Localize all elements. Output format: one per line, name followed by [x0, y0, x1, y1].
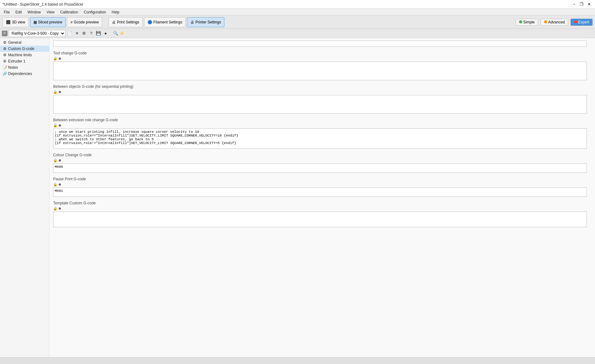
- print-icon: 🖨: [112, 20, 116, 24]
- sidebar: ⚙ General ⚙ Custom G-code ⚙ Machine limi…: [0, 38, 49, 357]
- status-bar: [0, 357, 595, 364]
- pause-print-section: Pause Print G-code 🔒 M601: [53, 177, 591, 198]
- profile-bar-icons: 📄 ✕ ⚙ ? 💾 ●: [67, 30, 109, 37]
- between-extrusion-textarea-wrapper: ; once we start printing infill, increas…: [53, 128, 591, 150]
- profile-bar: P RatRig V-Core-3-500 - Copy 📄 ✕ ⚙ ? 💾 ●…: [0, 29, 595, 38]
- colour-change-lock-icon[interactable]: 🔒: [53, 158, 58, 162]
- tool-change-textarea[interactable]: [53, 62, 587, 80]
- between-objects-field-row: 🔒: [53, 90, 591, 94]
- tool-change-section: Tool change G-code 🔒: [53, 51, 591, 81]
- between-extrusion-section: Between extrusion role change G-code 🔒 ;…: [53, 118, 591, 150]
- between-extrusion-textarea[interactable]: ; once we start printing infill, increas…: [53, 128, 587, 149]
- close-button[interactable]: ✕: [586, 1, 592, 8]
- tool-change-dot: [59, 57, 61, 60]
- pause-print-lock-icon[interactable]: 🔒: [53, 182, 58, 187]
- between-objects-label: Between objects G-code (for sequential p…: [53, 84, 591, 89]
- filament-settings-button[interactable]: 🔵 Filament Settings: [144, 17, 186, 27]
- pause-print-label: Pause Print G-code: [53, 177, 591, 181]
- view-3d-button[interactable]: ⬛ 3D view: [2, 17, 29, 27]
- delete-profile-icon[interactable]: ✕: [74, 30, 80, 37]
- dependencies-icon: 🔗: [2, 72, 7, 76]
- menu-bar: File Edit Window View Calibration Config…: [0, 9, 595, 16]
- menu-configuration[interactable]: Configuration: [81, 9, 108, 15]
- colour-change-label: Colour Change G-code: [53, 153, 591, 157]
- main-layout: ⚙ General ⚙ Custom G-code ⚙ Machine limi…: [0, 38, 595, 357]
- template-custom-section: Template Custom G-code 🔒: [53, 201, 591, 228]
- search-icon[interactable]: 🔍: [112, 30, 119, 37]
- mode-simple-button[interactable]: Simple: [516, 19, 538, 26]
- search-bar: 🔍 ⚡: [112, 30, 125, 37]
- sidebar-item-general[interactable]: ⚙ General: [0, 39, 49, 46]
- between-objects-dot: [59, 91, 61, 93]
- template-custom-textarea-wrapper: [53, 212, 591, 228]
- sliced-preview-button[interactable]: ▦ Sliced preview: [30, 17, 66, 27]
- top-partial-textarea[interactable]: [53, 41, 587, 47]
- colour-change-dot: [59, 159, 61, 162]
- pause-print-textarea-wrapper: M601: [53, 187, 591, 198]
- template-custom-textarea[interactable]: [53, 212, 587, 227]
- sidebar-item-dependencies[interactable]: 🔗 Dependencies: [0, 71, 49, 77]
- pause-print-textarea[interactable]: M601: [53, 187, 587, 197]
- tool-change-lock-icon[interactable]: 🔒: [53, 57, 58, 61]
- pause-print-field-row: 🔒: [53, 182, 591, 187]
- sidebar-item-notes[interactable]: 📝 Notes: [0, 64, 49, 71]
- advanced-indicator: [544, 20, 547, 23]
- between-objects-section: Between objects G-code (for sequential p…: [53, 84, 591, 115]
- between-extrusion-lock-icon[interactable]: 🔒: [53, 123, 58, 127]
- title-bar-controls: − ❐ ✕: [571, 1, 592, 8]
- template-custom-lock-icon[interactable]: 🔒: [53, 207, 58, 211]
- menu-window[interactable]: Window: [25, 9, 43, 15]
- menu-calibration[interactable]: Calibration: [58, 9, 81, 15]
- tool-change-label: Tool change G-code: [53, 51, 591, 55]
- colour-change-field-row: 🔒: [53, 158, 591, 162]
- sidebar-item-machine-limits[interactable]: ⚙ Machine limits: [0, 52, 49, 58]
- menu-file[interactable]: File: [1, 9, 12, 15]
- mode-advanced-button[interactable]: Advanced: [541, 19, 568, 26]
- help-profile-icon[interactable]: ?: [88, 30, 94, 37]
- between-objects-lock-icon[interactable]: 🔒: [53, 90, 58, 94]
- general-icon: ⚙: [2, 40, 7, 45]
- printer-icon: 🖨: [190, 20, 194, 24]
- gcode-icon: ≡: [70, 20, 72, 24]
- settings-profile-icon[interactable]: ⚙: [81, 30, 87, 37]
- profile-icon: P: [2, 31, 8, 36]
- save-profile-icon[interactable]: 💾: [95, 30, 102, 37]
- minimize-button[interactable]: −: [571, 1, 578, 8]
- toolbar: ⬛ 3D view ▦ Sliced preview ≡ Gcode previ…: [0, 16, 595, 29]
- colour-change-textarea-wrapper: M600: [53, 163, 591, 174]
- filter-icon[interactable]: ⚡: [119, 30, 125, 37]
- between-objects-textarea[interactable]: [53, 95, 587, 114]
- menu-edit[interactable]: Edit: [13, 9, 24, 15]
- expert-indicator: [574, 20, 577, 23]
- content-area: Tool change G-code 🔒 Between objects G-c…: [49, 38, 595, 357]
- gcode-preview-button[interactable]: ≡ Gcode preview: [67, 17, 102, 27]
- template-custom-field-row: 🔒: [53, 207, 591, 211]
- layers-icon: ▦: [33, 20, 37, 24]
- colour-change-textarea[interactable]: M600: [53, 163, 587, 173]
- pause-print-dot: [59, 183, 61, 186]
- menu-view[interactable]: View: [44, 9, 57, 15]
- view-mode-group: Simple Advanced Expert: [516, 19, 592, 26]
- new-profile-icon[interactable]: 📄: [67, 30, 73, 37]
- sidebar-item-extruder1[interactable]: ⚙ Extruder 1: [0, 58, 49, 64]
- menu-help[interactable]: Help: [109, 9, 122, 15]
- machine-limits-icon: ⚙: [2, 53, 7, 57]
- template-custom-label: Template Custom G-code: [53, 201, 591, 205]
- sidebar-item-custom-gcode[interactable]: ⚙ Custom G-code: [0, 46, 49, 52]
- mode-expert-button[interactable]: Expert: [571, 19, 592, 26]
- between-extrusion-dot: [59, 124, 61, 127]
- title-bar-title: *Untitled - SuperSlicer_2.4 based on Pru…: [2, 2, 83, 7]
- filament-icon: 🔵: [148, 20, 152, 24]
- profile-select[interactable]: RatRig V-Core-3-500 - Copy: [9, 30, 65, 37]
- between-extrusion-label: Between extrusion role change G-code: [53, 118, 591, 122]
- custom-gcode-icon: ⚙: [2, 47, 7, 51]
- tool-change-field-row: 🔒: [53, 57, 591, 61]
- dot-profile-icon: ●: [102, 30, 109, 37]
- restore-button[interactable]: ❐: [578, 1, 585, 8]
- title-bar: *Untitled - SuperSlicer_2.4 based on Pru…: [0, 0, 595, 9]
- template-custom-dot: [59, 207, 61, 210]
- print-settings-button[interactable]: 🖨 Print Settings: [108, 17, 142, 27]
- printer-settings-button[interactable]: 🖨 Printer Settings: [187, 17, 224, 27]
- between-extrusion-field-row: 🔒: [53, 123, 591, 127]
- top-partial-section: [53, 41, 591, 48]
